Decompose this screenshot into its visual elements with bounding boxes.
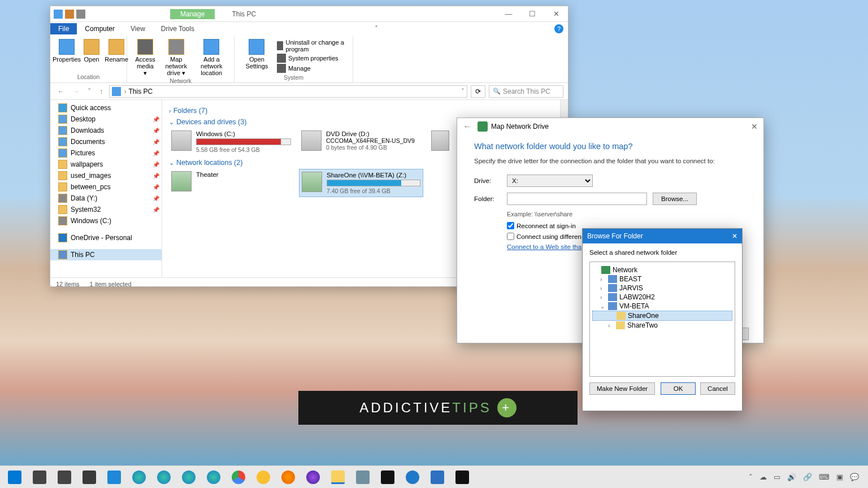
folder-input[interactable]	[507, 193, 647, 205]
nav-this-pc[interactable]: This PC	[50, 249, 162, 260]
volume-tray-icon[interactable]: 🔊	[787, 473, 796, 481]
access-media-button[interactable]: Access media ▾	[132, 38, 159, 77]
map-network-drive-button[interactable]: Map network drive ▾	[160, 38, 193, 77]
tree-network[interactable]: Network	[592, 265, 732, 274]
drive-tools-tab[interactable]: Drive Tools	[153, 23, 202, 34]
up-button[interactable]: ↑	[97, 87, 106, 95]
help-icon[interactable]: ?	[554, 24, 563, 33]
tree-labw20h2[interactable]: ›LABW20H2	[592, 293, 732, 302]
chrome-icon[interactable]	[232, 470, 245, 484]
firefox-icon[interactable]	[281, 470, 295, 484]
ok-button[interactable]: OK	[661, 382, 696, 395]
store-icon[interactable]	[83, 470, 96, 484]
search-input[interactable]: Search This PC	[489, 85, 563, 98]
quick-access[interactable]: Quick access	[50, 102, 162, 114]
start-button[interactable]	[8, 470, 21, 484]
tree-vm-beta[interactable]: ⌄VM-BETA	[592, 302, 732, 311]
edge-dev-icon[interactable]	[182, 470, 196, 484]
cmd-icon[interactable]	[455, 470, 469, 484]
nav-windows-c[interactable]: Windows (C:)	[50, 215, 162, 226]
nav-documents[interactable]: Documents📌	[50, 136, 162, 147]
nav-onedrive[interactable]: OneDrive - Personal	[50, 232, 162, 243]
rename-button[interactable]: Rename	[105, 38, 128, 64]
view-tab[interactable]: View	[123, 23, 153, 34]
wizard-titlebar[interactable]: ← Map Network Drive ✕	[457, 118, 763, 135]
back-button[interactable]: ←	[463, 121, 472, 132]
nav-downloads[interactable]: Downloads📌	[50, 125, 162, 136]
close-button[interactable]: ✕	[732, 232, 737, 240]
recent-button[interactable]: ˅	[85, 87, 94, 95]
browse-button[interactable]: Browse...	[653, 193, 697, 205]
make-new-folder-button[interactable]: Make New Folder	[589, 382, 655, 395]
qat-icon[interactable]	[54, 10, 63, 19]
folders-section[interactable]: Folders (7)	[169, 107, 561, 115]
qat-icon[interactable]	[76, 10, 85, 19]
firefox-nightly-icon[interactable]	[306, 470, 320, 484]
nav-pictures[interactable]: Pictures📌	[50, 147, 162, 159]
notepad-icon[interactable]	[356, 470, 370, 484]
close-button[interactable]: ✕	[544, 10, 568, 18]
tree-shareone[interactable]: ShareOne	[592, 311, 732, 321]
address-bar[interactable]: › This PC ˅	[109, 85, 468, 98]
photos-icon[interactable]	[431, 470, 444, 484]
battery-tray-icon[interactable]: ▣	[836, 473, 843, 481]
nav-between-pcs[interactable]: between_pcs📌	[50, 181, 162, 193]
cancel-button[interactable]: Cancel	[700, 382, 735, 395]
action-center-icon[interactable]: 💬	[850, 473, 859, 481]
properties-button[interactable]: Properties	[55, 38, 79, 64]
task-view-icon[interactable]	[33, 470, 46, 484]
manage-button[interactable]: Manage	[277, 64, 346, 73]
back-button[interactable]: ←	[55, 87, 67, 95]
nav-data-y[interactable]: Data (Y:)📌	[50, 193, 162, 204]
nav-desktop[interactable]: Desktop📌	[50, 114, 162, 125]
add-network-location-button[interactable]: Add a network location	[194, 38, 229, 77]
uninstall-program-button[interactable]: Uninstall or change a program	[277, 39, 346, 53]
system-properties-button[interactable]: System properties	[277, 54, 346, 63]
network-shareone[interactable]: ShareOne (\\VM-BETA) (Z:) 7.40 GB free o…	[299, 169, 423, 197]
drive-select[interactable]: X:	[507, 175, 593, 187]
onedrive-tray-icon[interactable]: ☁	[760, 473, 767, 481]
open-button[interactable]: Open	[80, 38, 103, 64]
titlebar[interactable]: Manage This PC — ☐ ✕	[50, 6, 568, 22]
ime-tray-icon[interactable]: ⌨	[819, 473, 830, 481]
computer-tab[interactable]: Computer	[77, 23, 123, 34]
qat-icon[interactable]	[65, 10, 74, 19]
chrome-canary-icon[interactable]	[257, 470, 270, 484]
drive-windows-c[interactable]: Windows (C:) 5.58 GB free of 54.3 GB	[169, 128, 293, 155]
nav-system32[interactable]: System32📌	[50, 204, 162, 215]
open-settings-button[interactable]: Open Settings	[239, 38, 275, 74]
tree-jarvis[interactable]: ›JARVIS	[592, 284, 732, 293]
network-tray-icon[interactable]: 🔗	[803, 473, 812, 481]
minimize-button[interactable]: —	[497, 10, 520, 18]
dialog-titlebar[interactable]: Browse For Folder ✕	[583, 229, 742, 243]
tray-overflow-icon[interactable]: ˄	[749, 473, 753, 481]
forward-button[interactable]: →	[70, 87, 82, 95]
system-tray[interactable]: ˄ ☁ ▭ 🔊 🔗 ⌨ ▣ 💬	[749, 473, 866, 481]
drive-dvd-d[interactable]: DVD Drive (D:) CCCOMA_X64FRE_EN-US_DV9 0…	[299, 128, 423, 155]
folder-tree[interactable]: Network ›BEAST ›JARVIS ›LABW20H2 ⌄VM-BET…	[589, 262, 735, 377]
nav-used-images[interactable]: used_images📌	[50, 170, 162, 181]
refresh-button[interactable]: ⟳	[471, 85, 485, 98]
network-theater[interactable]: Theater	[169, 169, 293, 197]
close-button[interactable]: ✕	[751, 122, 758, 131]
settings-icon[interactable]	[58, 470, 71, 484]
tree-beast[interactable]: ›BEAST	[592, 274, 732, 284]
terminal-icon[interactable]	[381, 470, 394, 484]
maximize-button[interactable]: ☐	[520, 10, 544, 18]
display-tray-icon[interactable]: ▭	[774, 473, 780, 481]
breadcrumb[interactable]: This PC	[129, 88, 153, 95]
tree-sharetwo[interactable]: ›ShareTwo	[592, 321, 732, 330]
minimize-ribbon-icon[interactable]: ˄	[375, 25, 378, 33]
manage-contextual-tab[interactable]: Manage	[170, 9, 215, 19]
edge-beta-icon[interactable]	[157, 470, 171, 484]
taskbar[interactable]: ˄ ☁ ▭ 🔊 🔗 ⌨ ▣ 💬	[0, 465, 868, 488]
edge-icon[interactable]	[132, 470, 146, 484]
file-tab[interactable]: File	[50, 23, 77, 34]
edge-canary-icon[interactable]	[207, 470, 220, 484]
drive-cut[interactable]	[429, 128, 452, 155]
navigation-pane[interactable]: Quick access Desktop📌 Downloads📌 Documen…	[50, 100, 162, 277]
edge-legacy-icon[interactable]	[406, 470, 419, 484]
file-explorer-icon[interactable]	[331, 470, 345, 484]
nav-wallpapers[interactable]: wallpapers📌	[50, 159, 162, 170]
phone-icon[interactable]	[107, 470, 121, 484]
